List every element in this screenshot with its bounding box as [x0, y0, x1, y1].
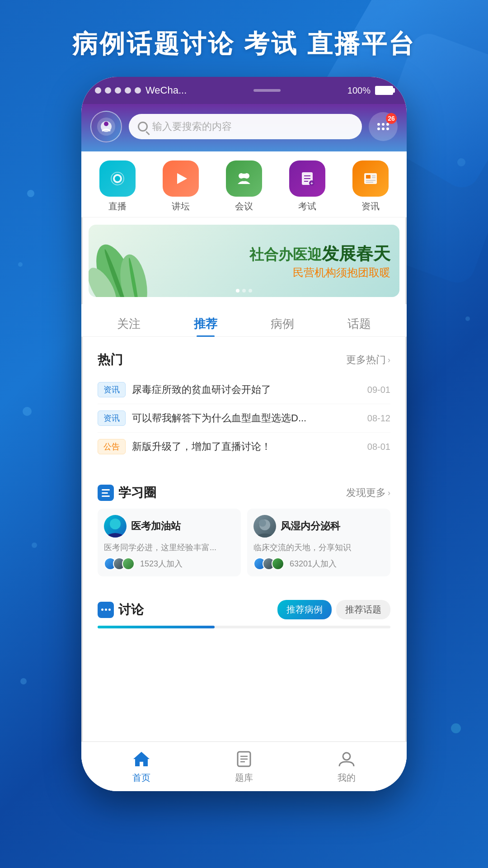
learning-section-header: 学习圈 发现更多 ›	[98, 484, 390, 501]
home-icon	[131, 749, 151, 769]
tab-recommend[interactable]: 推荐	[185, 311, 226, 336]
app-name-status: WeCha...	[145, 85, 187, 96]
tab-topic[interactable]: 话题	[338, 311, 380, 336]
search-bar[interactable]: 输入要搜索的内容	[129, 114, 362, 139]
list-line-1	[102, 489, 110, 491]
news-text-1: 尿毒症所致的贫血研讨会开始了	[132, 383, 361, 396]
search-icon	[138, 122, 148, 132]
learning-card-2-avatar	[253, 515, 276, 538]
banner-dots	[236, 289, 252, 292]
hot-section-header: 热门 更多热门 ›	[98, 351, 390, 368]
news-icon	[352, 160, 389, 197]
live-svg	[108, 169, 127, 189]
nav-icons-row: 直播 讲坛	[81, 151, 407, 217]
nav-item-meeting[interactable]: 会议	[219, 160, 269, 212]
discussion-tab-case[interactable]: 推荐病例	[277, 600, 332, 619]
news-date-1: 09-01	[367, 385, 390, 395]
hot-section-title: 热门	[98, 351, 123, 368]
news-item-3[interactable]: 公告 新版升级了，增加了直播讨论！ 08-01	[98, 433, 390, 461]
list-line-2	[102, 492, 108, 494]
learning-card-1-title: 医考加油站	[131, 519, 181, 533]
svg-rect-17	[366, 175, 371, 179]
mini-av-3	[122, 557, 135, 570]
exam-svg: +	[297, 169, 317, 189]
loading-progress	[98, 626, 215, 628]
bubble-dots	[101, 609, 111, 611]
nav-item-news[interactable]: 资讯	[346, 160, 395, 212]
mini-avatars-2	[253, 557, 281, 570]
bnav-questions-label: 题库	[235, 772, 253, 784]
learning-more-button[interactable]: 发现更多 ›	[346, 486, 390, 500]
profile-svg	[337, 749, 357, 769]
hot-more-button[interactable]: 更多热门 ›	[346, 353, 390, 367]
news-item-1[interactable]: 资讯 尿毒症所致的贫血研讨会开始了 09-01	[98, 376, 390, 404]
learning-more-label: 发现更多	[346, 486, 386, 500]
bubble-dot-2	[105, 609, 107, 611]
banner-dot-3	[249, 289, 252, 292]
notification-button[interactable]: 26	[369, 112, 398, 141]
bnav-profile[interactable]: 我的	[310, 749, 383, 784]
discussion-title-group: 讨论	[98, 601, 144, 618]
bnav-questions[interactable]: 题库	[208, 749, 280, 784]
learning-section: 学习圈 发现更多 ›	[89, 475, 399, 585]
learning-card-2-count: 63201人加入	[290, 558, 337, 569]
banner-dot-2	[242, 289, 246, 292]
status-right: 100%	[347, 85, 393, 96]
svg-marker-30	[133, 752, 150, 766]
meeting-svg	[234, 169, 254, 189]
learning-card-2-desc: 临床交流的天地，分享知识	[253, 542, 384, 553]
loading-bar	[98, 626, 390, 628]
forum-icon	[163, 160, 199, 197]
bnav-home-label: 首页	[132, 772, 150, 784]
app-logo[interactable]	[90, 111, 122, 142]
nav-item-live[interactable]: 直播	[93, 160, 142, 212]
learning-chevron-icon: ›	[388, 488, 390, 498]
learning-card-2-title: 风湿内分泌科	[281, 519, 340, 533]
logo-icon	[96, 117, 116, 137]
learning-card-1[interactable]: 医考加油站 医考同学必进，这里经验丰富... 1523人加入	[98, 509, 241, 576]
banner[interactable]: 社合办医迎发展春天 民营机构须抱团取暖	[89, 225, 399, 297]
mini-av-6	[272, 557, 284, 570]
news-svg	[361, 169, 380, 189]
discussion-tab-topic[interactable]: 推荐话题	[336, 600, 390, 619]
learning-card-2[interactable]: 风湿内分泌科 临床交流的天地，分享知识 63201人加入	[247, 509, 390, 576]
hot-section: 热门 更多热门 › 资讯 尿毒症所致的贫血研讨会开始了 09-01 资讯 可以帮…	[89, 342, 399, 470]
news-text-3: 新版升级了，增加了直播讨论！	[132, 440, 361, 453]
tab-follow[interactable]: 关注	[108, 311, 150, 336]
discussion-section: 讨论 推荐病例 推荐话题	[89, 591, 399, 637]
discussion-icon	[98, 602, 114, 618]
discussion-tabs: 推荐病例 推荐话题	[277, 600, 390, 619]
bnav-profile-label: 我的	[338, 772, 356, 784]
list-line-3	[102, 495, 110, 497]
notch-indicator	[253, 89, 281, 92]
learning-card-1-footer: 1523人加入	[104, 557, 235, 570]
nav-item-exam[interactable]: + 考试	[282, 160, 332, 212]
news-item-2[interactable]: 资讯 可以帮我解答下为什么血型血型选选D... 08-12	[98, 404, 390, 433]
news-tag-1: 资讯	[98, 382, 126, 397]
news-tag-2: 资讯	[98, 410, 126, 426]
news-date-3: 08-01	[367, 442, 390, 452]
learning-title-group: 学习圈	[98, 484, 156, 501]
banner-text: 社合办医迎发展春天 民营机构须抱团取暖	[249, 242, 390, 280]
forum-label: 讲坛	[172, 200, 190, 212]
news-text-2: 可以帮我解答下为什么血型血型选选D...	[132, 411, 361, 425]
banner-main-text: 社合办医迎发展春天	[249, 242, 390, 265]
inner-scroll[interactable]: 输入要搜索的内容 26	[81, 104, 407, 769]
meeting-label: 会议	[235, 200, 253, 212]
notification-icon	[377, 123, 389, 130]
meeting-icon	[226, 160, 262, 197]
avatar-svg-1	[104, 515, 127, 538]
nav-item-forum[interactable]: 讲坛	[156, 160, 206, 212]
tab-case[interactable]: 病例	[262, 311, 303, 336]
bnav-home[interactable]: 首页	[105, 749, 178, 784]
signal-dots	[95, 87, 141, 94]
svg-text:+: +	[310, 181, 313, 186]
battery-percent: 100%	[347, 85, 371, 96]
signal-dot	[95, 87, 101, 94]
signal-dot	[135, 87, 141, 94]
signal-dot	[115, 87, 121, 94]
learning-card-2-footer: 63201人加入	[253, 557, 384, 570]
search-placeholder: 输入要搜索的内容	[152, 120, 232, 133]
exam-label: 考试	[298, 200, 316, 212]
live-label: 直播	[108, 200, 127, 212]
